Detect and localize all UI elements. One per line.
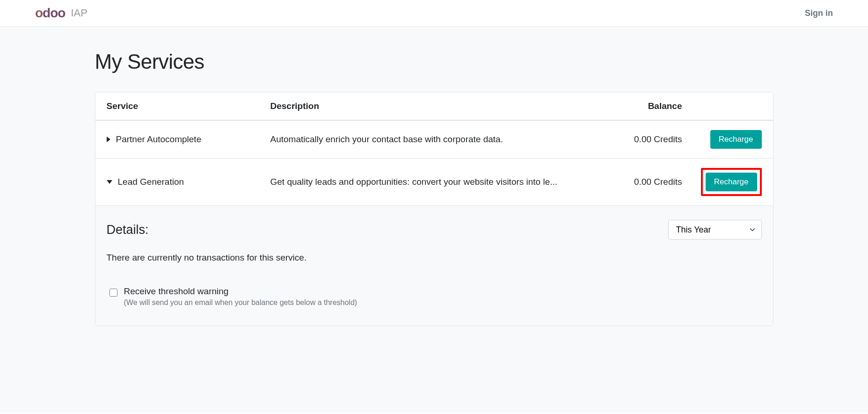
services-table: Service Description Balance Partner Auto… xyxy=(95,93,773,206)
header-service: Service xyxy=(107,101,270,111)
service-balance: 0.00 Credits xyxy=(598,177,682,187)
logo-odoo: odoo xyxy=(35,6,65,21)
header: odoo IAP Sign in xyxy=(0,0,868,27)
signin-link[interactable]: Sign in xyxy=(805,8,833,18)
highlight-annotation: Recharge xyxy=(701,168,762,196)
page-title: My Services xyxy=(95,50,773,73)
service-description: Get quality leads and opportunities: con… xyxy=(270,177,598,187)
period-select[interactable]: This Year xyxy=(668,220,762,240)
threshold-texts: Receive threshold warning (We will send … xyxy=(124,286,357,307)
table-row: Partner Autocomplete Automatically enric… xyxy=(95,121,773,159)
details-header: Details: This Year xyxy=(107,220,762,240)
header-balance: Balance xyxy=(598,101,682,111)
service-name: Lead Generation xyxy=(118,177,184,187)
header-description: Description xyxy=(270,101,598,111)
threshold-hint: (We will send you an email when your bal… xyxy=(124,298,357,307)
threshold-checkbox[interactable] xyxy=(109,289,117,297)
no-transactions-message: There are currently no transactions for … xyxy=(107,253,762,263)
caret-down-icon xyxy=(107,180,112,184)
service-description: Automatically enrich your contact base w… xyxy=(270,134,598,145)
service-toggle[interactable]: Lead Generation xyxy=(107,177,270,187)
details-section: Details: This Year There are currently n… xyxy=(95,206,773,326)
logo[interactable]: odoo IAP xyxy=(35,6,88,21)
recharge-button[interactable]: Recharge xyxy=(706,173,757,191)
threshold-label: Receive threshold warning xyxy=(124,286,357,297)
threshold-row: Receive threshold warning (We will send … xyxy=(107,286,762,307)
page-body: My Services Service Description Balance … xyxy=(0,27,868,413)
recharge-button[interactable]: Recharge xyxy=(710,130,762,149)
details-title: Details: xyxy=(107,223,149,237)
caret-right-icon xyxy=(107,137,110,142)
header-action xyxy=(682,101,762,111)
table-row: Lead Generation Get quality leads and op… xyxy=(95,159,773,206)
service-balance: 0.00 Credits xyxy=(598,134,682,145)
logo-iap: IAP xyxy=(71,7,87,19)
service-action: Recharge xyxy=(682,130,762,149)
services-panel: Service Description Balance Partner Auto… xyxy=(95,92,773,326)
service-name: Partner Autocomplete xyxy=(116,134,202,145)
service-action: Recharge xyxy=(682,168,762,196)
content: My Services Service Description Balance … xyxy=(95,27,773,326)
service-toggle[interactable]: Partner Autocomplete xyxy=(107,134,270,145)
table-header: Service Description Balance xyxy=(95,93,773,121)
